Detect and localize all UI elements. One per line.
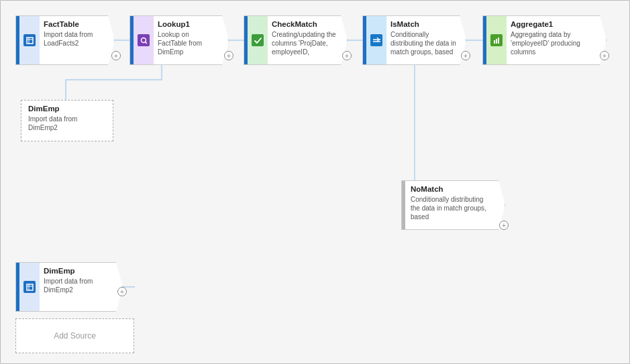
plus-lookup1[interactable]: + <box>224 51 233 60</box>
dimEmp-lookup-title: DimEmp <box>28 105 106 113</box>
plus-noMatch[interactable]: + <box>499 221 509 230</box>
dimEmp-lookup-node[interactable]: DimEmp Import data from DimEmp2 <box>21 100 113 141</box>
svg-rect-6 <box>27 38 33 44</box>
svg-rect-16 <box>27 284 33 290</box>
aggregate1-title: Aggregate1 <box>511 20 596 28</box>
aggregate1-icon <box>490 34 503 46</box>
checkMatch-icon <box>252 34 264 46</box>
isMatch-desc: Conditionally distributing the data in m… <box>390 30 456 56</box>
svg-rect-13 <box>494 40 495 44</box>
lookup1-icon <box>138 34 150 46</box>
svg-rect-14 <box>496 39 497 44</box>
svg-rect-15 <box>498 38 499 44</box>
dimEmpBottom-title: DimEmp <box>44 267 113 275</box>
checkMatch-desc: Creating/updating the columns 'ProjDate,… <box>272 30 337 56</box>
noMatch-desc: Conditionally distributing the data in m… <box>411 195 492 221</box>
dimEmpBottom-node[interactable]: DimEmp Import data from DimEmp2 <box>15 262 123 312</box>
noMatch-title: NoMatch <box>411 185 492 193</box>
plus-factTable[interactable]: + <box>111 51 121 60</box>
lookup1-title: Lookup1 <box>158 20 219 28</box>
factTable-icon <box>23 34 36 46</box>
dimEmp-lookup-desc: Import data from DimEmp2 <box>28 115 106 132</box>
isMatch-node[interactable]: IsMatch Conditionally distributing the d… <box>362 15 466 65</box>
factTable-title: FactTable <box>44 20 105 28</box>
noMatch-node[interactable]: NoMatch Conditionally distributing the d… <box>401 180 505 230</box>
svg-line-10 <box>145 42 147 44</box>
pipeline-canvas: FactTable Import data from LoadFacts2 Lo… <box>0 0 630 364</box>
add-source-label: Add Source <box>54 331 96 341</box>
dimEmpBottom-icon <box>23 281 36 293</box>
lookup1-node[interactable]: Lookup1 Lookup on FactTable from DimEmp <box>129 15 229 65</box>
factTable-desc: Import data from LoadFacts2 <box>44 30 105 48</box>
aggregate1-node[interactable]: Aggregate1 Aggregating data by 'employee… <box>482 15 607 65</box>
isMatch-title: IsMatch <box>390 20 456 28</box>
svg-point-9 <box>141 38 146 42</box>
add-source-box[interactable]: Add Source <box>15 318 134 353</box>
factTable-node[interactable]: FactTable Import data from LoadFacts2 <box>15 15 115 65</box>
plus-isMatch[interactable]: + <box>461 51 470 60</box>
isMatch-icon <box>370 34 382 46</box>
plus-aggregate1[interactable]: + <box>600 51 609 60</box>
checkMatch-title: CheckMatch <box>272 20 337 28</box>
aggregate1-desc: Aggregating data by 'employeeID' produci… <box>511 30 596 56</box>
dimEmpBottom-desc: Import data from DimEmp2 <box>44 277 113 294</box>
plus-checkMatch[interactable]: + <box>342 51 352 60</box>
plus-dimEmpBottom[interactable]: + <box>117 287 127 296</box>
lookup1-desc: Lookup on FactTable from DimEmp <box>158 30 219 56</box>
checkMatch-node[interactable]: CheckMatch Creating/updating the columns… <box>244 15 348 65</box>
